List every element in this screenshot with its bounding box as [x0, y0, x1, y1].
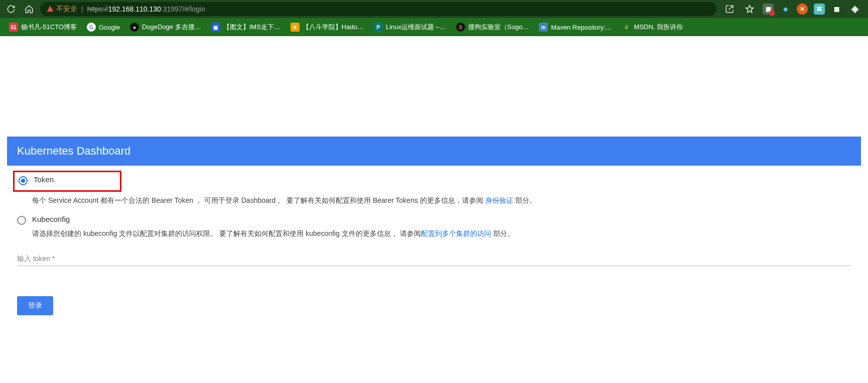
bookmarks-bar: 51杨书凡-51CTO博客GGoogle●DogeDoge 多吉搜…▣【图文】I… — [0, 18, 868, 36]
extension-icon-4[interactable]: ⌘ — [814, 4, 825, 15]
kubeconfig-doc-link[interactable]: 配置到多个集群的访问 — [421, 229, 491, 237]
star-icon[interactable] — [743, 2, 757, 16]
bookmark-label: Linux运维面试题 –… — [386, 23, 446, 32]
token-input-row — [17, 250, 851, 266]
bookmark-item[interactable]: 51杨书凡-51CTO博客 — [5, 21, 81, 34]
toolbar-right-icons: ▦ ◆ ✕ ⌘ ▦ — [720, 2, 864, 16]
bookmark-item[interactable]: ●DogeDoge 多吉搜… — [126, 21, 205, 34]
extension-icon-5[interactable]: ▦ — [831, 4, 842, 15]
bookmark-label: 【八斗学院】Hado… — [303, 23, 364, 32]
bookmark-item[interactable]: iiMSDN, 我告诉你 — [618, 21, 687, 34]
login-card: Kubernetes Dashboard Token 每个 Service Ac… — [7, 137, 861, 330]
bookmark-favicon: ☀ — [291, 23, 300, 32]
address-bar[interactable]: 不安全 | https://192.168.110.130:31997/#/lo… — [40, 2, 716, 16]
page-content: Kubernetes Dashboard Token 每个 Service Ac… — [0, 137, 868, 330]
bookmark-item[interactable]: mMaven Repository:… — [535, 21, 616, 34]
bookmark-label: 杨书凡-51CTO博客 — [21, 23, 77, 32]
home-button[interactable] — [22, 2, 36, 16]
bookmark-item[interactable]: GGoogle — [83, 21, 124, 34]
radio-kubeconfig[interactable] — [17, 216, 26, 225]
bookmark-favicon: P — [374, 23, 383, 32]
insecure-warning: 不安全 — [46, 5, 77, 14]
extension-icon-1[interactable]: ▦ — [763, 4, 774, 15]
bookmark-favicon: m — [539, 23, 548, 32]
bookmark-favicon: S — [456, 23, 465, 32]
bookmark-label: MSDN, 我告诉你 — [634, 23, 683, 32]
auth-doc-link[interactable]: 身份验证 — [485, 196, 513, 204]
reload-button[interactable] — [4, 2, 18, 16]
bookmark-favicon: ● — [130, 23, 139, 32]
option-kubeconfig[interactable]: Kubeconfig — [17, 215, 851, 225]
extension-icon-2[interactable]: ◆ — [780, 4, 791, 15]
option-kubeconfig-desc: 请选择您创建的 kubeconfig 文件以配置对集群的访问权限。 要了解有关如… — [32, 228, 851, 239]
bookmark-item[interactable]: S搜狗实验室（Sogo… — [452, 21, 533, 34]
bookmark-favicon: 51 — [9, 23, 18, 32]
bookmark-favicon: ii — [622, 23, 631, 32]
radio-token[interactable] — [19, 176, 28, 185]
token-input[interactable] — [17, 250, 851, 266]
option-token-desc: 每个 Service Account 都有一个合法的 Bearer Token … — [32, 195, 851, 206]
option-kubeconfig-label: Kubeconfig — [32, 215, 70, 223]
bookmark-favicon: G — [87, 23, 96, 32]
bookmark-label: Google — [99, 24, 120, 31]
address-url: https://192.168.110.130:31997/#/login — [87, 5, 205, 13]
insecure-label: 不安全 — [56, 5, 77, 14]
bookmark-favicon: ▣ — [211, 23, 220, 32]
extension-icon-3[interactable]: ✕ — [797, 4, 808, 15]
option-token-label: Token — [34, 175, 54, 184]
bookmark-item[interactable]: ▣【图文】IMS走下… — [207, 21, 284, 34]
bookmark-label: DogeDoge 多吉搜… — [142, 23, 201, 32]
card-body: Token 每个 Service Account 都有一个合法的 Bearer … — [7, 166, 861, 330]
address-separator: | — [81, 5, 83, 13]
login-button[interactable]: 登录 — [17, 296, 53, 315]
bookmark-item[interactable]: PLinux运维面试题 –… — [370, 21, 450, 34]
option-token[interactable]: Token — [19, 175, 116, 185]
share-icon[interactable] — [722, 2, 737, 16]
bookmark-label: Maven Repository:… — [551, 24, 612, 31]
bookmark-label: 搜狗实验室（Sogo… — [468, 23, 529, 32]
bookmark-label: 【图文】IMS走下… — [223, 23, 280, 32]
extensions-puzzle-icon[interactable] — [848, 2, 862, 16]
card-title: Kubernetes Dashboard — [7, 137, 861, 166]
bookmark-item[interactable]: ☀【八斗学院】Hado… — [286, 21, 368, 34]
token-option-highlight: Token — [13, 171, 121, 192]
browser-toolbar: 不安全 | https://192.168.110.130:31997/#/lo… — [0, 0, 868, 18]
